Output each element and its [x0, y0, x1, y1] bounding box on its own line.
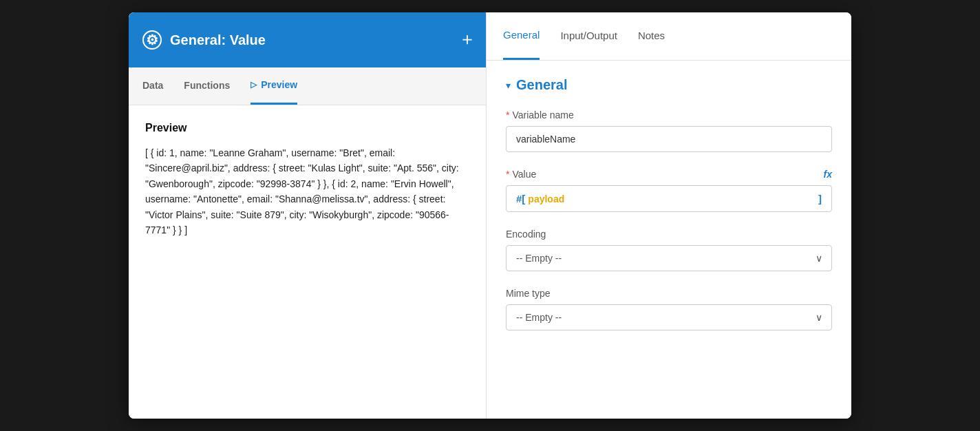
tab-general[interactable]: General: [503, 12, 540, 60]
value-label-row: * Value fx: [506, 169, 832, 180]
mime-type-select[interactable]: -- Empty -- application/json text/plain …: [506, 304, 832, 330]
encoding-select-wrapper: -- Empty -- UTF-8 UTF-16 ISO-8859-1: [506, 245, 832, 271]
encoding-field-group: Encoding -- Empty -- UTF-8 UTF-16 ISO-88…: [506, 229, 832, 271]
right-panel: General Input/Output Notes ▾ General * V…: [487, 12, 851, 419]
tab-data[interactable]: Data: [142, 67, 163, 105]
tab-input-output[interactable]: Input/Output: [560, 12, 617, 60]
left-content: Preview [ { id: 1, name: "Leanne Graham"…: [129, 105, 486, 419]
tab-functions[interactable]: Functions: [184, 67, 230, 105]
section-header: ▾ General: [506, 77, 832, 93]
variable-name-input[interactable]: [506, 126, 832, 152]
section-title: General: [516, 77, 567, 93]
value-input-box[interactable]: #[ payload ]: [506, 185, 832, 212]
variable-name-label: * Variable name: [506, 109, 832, 120]
variable-name-field-group: * Variable name: [506, 109, 832, 152]
required-star: *: [506, 109, 509, 120]
fx-icon[interactable]: fx: [824, 169, 832, 180]
gear-icon: [142, 30, 162, 50]
encoding-select[interactable]: -- Empty -- UTF-8 UTF-16 ISO-8859-1: [506, 245, 832, 271]
left-header: General: Value ✕: [129, 12, 486, 67]
expand-icon[interactable]: ✕: [458, 31, 476, 49]
preview-title: Preview: [145, 122, 469, 134]
hash-bracket: #[: [516, 193, 525, 204]
payload-text: payload: [528, 193, 564, 204]
mime-type-label: Mime type: [506, 288, 832, 299]
left-header-title-group: General: Value: [142, 30, 266, 50]
value-field-group: * Value fx #[ payload ]: [506, 169, 832, 212]
left-panel: General: Value ✕ Data Functions ▷ Previe…: [129, 12, 487, 419]
encoding-label: Encoding: [506, 229, 832, 240]
panel-title: General: Value: [170, 32, 266, 48]
right-tabs: General Input/Output Notes: [487, 12, 851, 61]
left-tabs: Data Functions ▷ Preview: [129, 67, 486, 105]
close-bracket: ]: [818, 193, 822, 204]
preview-text: [ { id: 1, name: "Leanne Graham", userna…: [145, 145, 469, 238]
value-label: * Value: [506, 169, 536, 180]
tab-preview[interactable]: ▷ Preview: [251, 67, 297, 105]
mime-type-select-wrapper: -- Empty -- application/json text/plain …: [506, 304, 832, 330]
value-required-star: *: [506, 169, 509, 180]
play-icon: ▷: [251, 80, 257, 90]
right-content: ▾ General * Variable name * Value fx: [487, 61, 851, 419]
mime-type-field-group: Mime type -- Empty -- application/json t…: [506, 288, 832, 330]
chevron-down-icon: ▾: [506, 80, 511, 91]
tab-notes[interactable]: Notes: [638, 12, 665, 60]
